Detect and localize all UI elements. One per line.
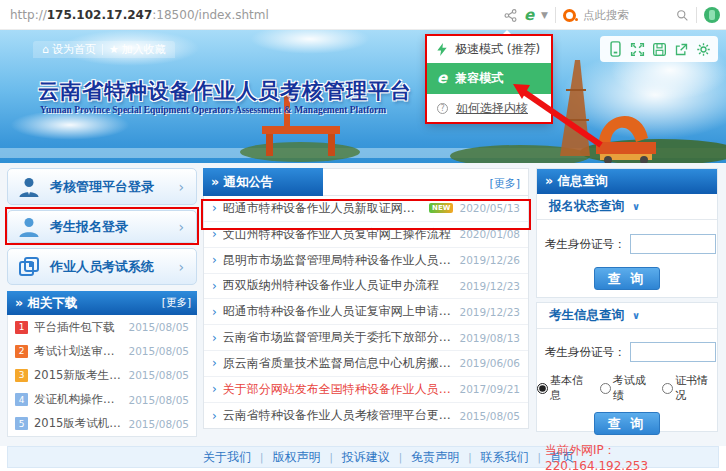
site-title: 云南省特种设备作业人员考核管理平台 <box>38 77 412 105</box>
rank-badge: 1 <box>15 321 28 334</box>
notice-item[interactable]: › 昭通市特种设备作业人员新取证网上报名流程 NEW 2020/05/13 <box>204 196 528 222</box>
notice-item[interactable]: › 原云南省质量技术监督局信息中心机房搬迁公告 2019/06/06 <box>204 351 528 377</box>
bullet-icon: › <box>212 356 217 370</box>
footer-link-contact[interactable]: 联系我们 <box>481 449 529 466</box>
kernel-chevron-down-icon[interactable]: ▼ <box>541 10 548 20</box>
banner-toolbar <box>600 36 718 62</box>
divider <box>555 7 556 23</box>
share-icon[interactable] <box>504 9 517 22</box>
chevron-down-icon: ∨ <box>632 310 640 321</box>
rank-badge: 3 <box>15 369 28 382</box>
footer-link-copyright[interactable]: 版权声明 <box>272 449 320 466</box>
sidebar-item-label: 作业人员考试系统 <box>50 258 178 276</box>
footer: 关于我们| 版权声明| 投诉建议| 免责声明| 联系我们| 首页 当前外网IP：… <box>7 446 719 468</box>
divider <box>102 44 103 55</box>
menu-item-speed-mode[interactable]: 极速模式 (推荐) <box>427 36 551 63</box>
bullet-icon: › <box>212 305 217 319</box>
fullscreen-icon[interactable] <box>630 42 645 57</box>
notice-item[interactable]: › 昆明市市场监督管理局特种设备作业人员复审流程... 2019/12/26 <box>204 248 528 274</box>
notice-item[interactable]: › 云南省特种设备作业人员考核管理平台更新至20... 2015/08/05 <box>204 403 528 429</box>
candidate-person-icon <box>8 215 50 239</box>
menu-item-kernel-help[interactable]: ? 如何选择内核 <box>427 94 551 122</box>
banner-quicklinks: ⌂设为首页 ★加入收藏 <box>33 41 175 58</box>
save-icon[interactable] <box>652 42 667 57</box>
downloads-title: » 相关下载 <box>7 295 162 312</box>
footer-link-disclaimer[interactable]: 免责声明 <box>411 449 459 466</box>
chevron-right-icon: › <box>178 179 196 195</box>
star-icon: ★ <box>109 43 119 56</box>
downloads-list: 1 平台插件包下载 2015/08/05 2 考试计划送审、审核 ... 201… <box>7 315 197 437</box>
status-id-input[interactable] <box>630 234 716 254</box>
downloads-more-link[interactable]: [更多] <box>162 296 197 310</box>
ie-kernel-icon: e <box>437 71 447 86</box>
status-query-section-toggle[interactable]: 报名状态查询 ∨ <box>537 194 717 220</box>
download-item[interactable]: 1 平台插件包下载 2015/08/05 <box>8 315 196 339</box>
bullet-icon: › <box>212 331 217 345</box>
sidebar-item-exam-system[interactable]: 作业人员考试系统 › <box>7 248 197 285</box>
chevron-right-icon: › <box>178 259 196 275</box>
footer-link-complaint[interactable]: 投诉建议 <box>342 449 390 466</box>
exam-cards-icon <box>8 255 50 279</box>
menu-item-compat-mode[interactable]: e 兼容模式 <box>427 63 551 94</box>
browser-search-input[interactable]: 点此搜索 <box>583 8 669 23</box>
sidebar-item-label: 考生报名登录 <box>50 218 178 236</box>
query-header: » 信息查询 <box>537 169 717 194</box>
sidebar-item-candidate-login[interactable]: 考生报名登录 › <box>7 210 197 243</box>
download-item[interactable]: 2 考试计划送审、审核 ... 2015/08/05 <box>8 339 196 363</box>
search-icon[interactable] <box>676 9 689 22</box>
query-panel-info: 考生信息查询 ∨ 考生身份证号： 基本信息 考试成绩 证书情况 查 询 <box>536 302 718 432</box>
download-item[interactable]: 3 2015新版考生操作... 2015/08/05 <box>8 363 196 387</box>
rank-badge: 5 <box>15 417 28 430</box>
site-subtitle: Yunnan Province Special Equipment Operat… <box>40 105 386 115</box>
footer-link-about[interactable]: 关于我们 <box>203 449 251 466</box>
downloads-header: » 相关下载 [更多] <box>7 291 197 315</box>
external-ip-label: 当前外网IP： 220.164.192.253 <box>545 442 718 471</box>
bullet-icon: › <box>212 279 217 293</box>
kernel-mode-dropdown: 极速模式 (推荐) e 兼容模式 ? 如何选择内核 <box>427 36 551 122</box>
sidebar-item-label: 考核管理平台登录 <box>50 178 178 196</box>
address-bar[interactable]: http://175.102.17.247:18500/index.shtml <box>10 8 269 22</box>
notice-item[interactable]: › 西双版纳州特种设备作业人员证申办流程 2019/12/23 <box>204 274 528 300</box>
radio-exam-score[interactable]: 考试成绩 <box>600 373 655 403</box>
kernel-mode-icon[interactable]: e <box>524 8 534 23</box>
set-homepage-link[interactable]: ⌂设为首页 <box>42 42 96 57</box>
url-domain: 175.102.17.247 <box>47 8 153 22</box>
sidebar-item-admin-login[interactable]: 考核管理平台登录 › <box>7 168 197 205</box>
notice-item[interactable]: › 昭通市特种设备作业人员证复审网上申请流程及相... 2019/12/23 <box>204 299 528 325</box>
bullet-icon: › <box>212 382 217 396</box>
bullet-icon: › <box>212 201 217 215</box>
tab-notices[interactable]: » 通知公告 <box>203 168 323 196</box>
new-badge: NEW <box>429 203 453 213</box>
download-item[interactable]: 5 2015版考试机构操... 2015/08/05 <box>8 412 196 436</box>
chevron-right-icon: › <box>178 219 196 235</box>
search-engine-logo <box>563 9 576 22</box>
download-item[interactable]: 4 发证机构操作手册 2015/08/05 <box>8 388 196 412</box>
bullet-icon: › <box>212 227 217 241</box>
status-query-button[interactable]: 查 询 <box>594 267 660 290</box>
info-query-section-toggle[interactable]: 考生信息查询 ∨ <box>537 303 717 329</box>
id-number-label: 考生身份证号： <box>545 237 626 252</box>
lightning-icon <box>437 43 447 56</box>
question-icon: ? <box>437 103 448 114</box>
bullet-icon: › <box>212 253 217 267</box>
mobile-icon[interactable] <box>608 41 623 57</box>
chevron-down-icon: ∨ <box>632 201 640 212</box>
page: http://175.102.17.247:18500/index.shtml … <box>0 0 726 471</box>
info-query-button[interactable]: 查 询 <box>594 412 660 435</box>
radio-basic-info[interactable]: 基本信息 <box>537 373 592 403</box>
share-export-icon[interactable] <box>674 42 689 57</box>
notice-item[interactable]: › 云南省市场监督管理局关于委托下放部分行政许可... 2019/08/13 <box>204 325 528 351</box>
rank-badge: 4 <box>15 393 28 406</box>
notice-item[interactable]: › 关于部分网站发布全国特种设备作业人员不实信息... 2017/09/21 <box>204 377 528 403</box>
settings-gear-icon[interactable] <box>696 42 711 57</box>
notices-more-link[interactable]: [更多] <box>489 176 520 191</box>
info-id-input[interactable] <box>630 342 716 362</box>
footer-links: 关于我们| 版权声明| 投诉建议| 免责声明| 联系我们| 首页 <box>203 449 574 466</box>
browser-logo-icon[interactable] <box>704 7 720 23</box>
add-favorite-link[interactable]: ★加入收藏 <box>109 42 166 57</box>
radio-certificate[interactable]: 证书情况 <box>662 373 717 403</box>
dropdown-pointer <box>500 30 514 37</box>
notices-list: › 昭通市特种设备作业人员新取证网上报名流程 NEW 2020/05/13 › … <box>203 196 529 429</box>
site-banner: ⌂设为首页 ★加入收藏 云南省特种设备作业人员考核管理平台 Yunnan Pro… <box>0 30 726 163</box>
notice-item[interactable]: › 文山州特种设备作业人员复审网上操作流程 2020/01/08 <box>204 222 528 248</box>
